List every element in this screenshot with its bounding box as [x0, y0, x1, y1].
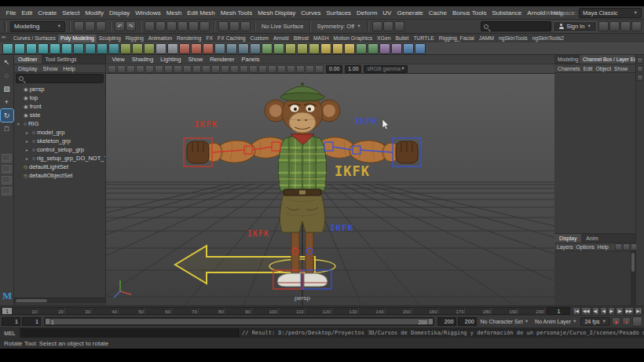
shelf-tab[interactable]: Rigging	[123, 35, 146, 42]
mirror-icon[interactable]	[273, 43, 284, 54]
menu-item[interactable]: Windows	[133, 9, 163, 16]
menu-item[interactable]: Select	[60, 9, 82, 16]
menu-item[interactable]: Edit	[19, 9, 35, 16]
outliner-item[interactable]: ◉ side	[14, 111, 105, 119]
panel-tab[interactable]: Channel Box / Layer Editor	[580, 55, 635, 64]
poly-cylinder-icon[interactable]	[26, 43, 37, 54]
outliner-horizontal-scrollbar[interactable]	[14, 298, 105, 303]
xray-icon[interactable]	[315, 65, 324, 73]
menu-item[interactable]: Bonus Tools	[449, 9, 488, 16]
poly-cone-icon[interactable]	[38, 43, 49, 54]
smooth-mesh-icon[interactable]	[167, 43, 178, 54]
poly-helix-icon[interactable]	[108, 43, 119, 54]
multi-cut-icon[interactable]	[320, 43, 331, 54]
view-transform-dropdown[interactable]: sRGB gamma ▼	[364, 65, 408, 73]
combine-icon[interactable]	[214, 43, 225, 54]
layer-editor-menu-item[interactable]: Help	[598, 244, 609, 250]
wireframe-display-icon[interactable]	[240, 65, 248, 73]
range-end-handle[interactable]	[429, 319, 433, 324]
range-slider[interactable]: 1 200	[44, 317, 434, 326]
channel-box-menu-item[interactable]: Show	[614, 66, 628, 71]
shelf-tab[interactable]: FX	[203, 35, 215, 42]
gamma-field[interactable]: 1.00	[345, 65, 361, 73]
save-scene-icon[interactable]	[96, 21, 106, 31]
undo-icon[interactable]: ↶	[115, 21, 125, 31]
grid-toggle-icon[interactable]	[174, 65, 182, 73]
crease-tool-icon[interactable]	[379, 43, 390, 54]
menu-item[interactable]: Cache	[426, 9, 449, 16]
target-weld-icon[interactable]	[368, 43, 379, 54]
offset-edge-loop-icon[interactable]	[344, 43, 355, 54]
menu-item[interactable]: Arnold	[525, 9, 548, 16]
lasso-tool[interactable]: ◌	[1, 69, 13, 82]
layer-editor-menu-item[interactable]: Options	[576, 244, 594, 250]
expand-arrow-icon[interactable]: ▸	[26, 130, 31, 135]
viewport-menu-item[interactable]: View	[108, 56, 128, 63]
shelf-tab[interactable]: Sculpting	[97, 35, 123, 42]
shelf-tab[interactable]: FX Caching	[215, 35, 248, 42]
outliner-item[interactable]: ▸ ○ skeleton_grp	[14, 137, 105, 145]
single-pane-layout-button[interactable]	[2, 154, 12, 163]
sign-in-button[interactable]: Sign In ▼	[553, 21, 597, 32]
shelf-tab[interactable]: Curves / Surfaces	[11, 35, 58, 42]
expand-arrow-icon[interactable]: ▸	[26, 139, 31, 144]
separate-icon[interactable]	[226, 43, 237, 54]
shelf-tab[interactable]: Rigging_Facial	[437, 35, 477, 42]
panel-tab[interactable]: Tool Settings	[42, 55, 81, 64]
channel-box-menu-item[interactable]: Edit	[584, 66, 593, 71]
redo-icon[interactable]: ↷	[126, 21, 136, 31]
poly-soccer-ball-icon[interactable]	[132, 43, 143, 54]
outliner-item[interactable]: ◇ defaultLightSet	[14, 163, 105, 171]
set-key-button[interactable]: ◆	[612, 317, 620, 326]
poly-torus-icon[interactable]	[49, 43, 60, 54]
anim-layer-selector[interactable]: No Anim Layer ▼	[532, 319, 579, 324]
gate-mask-icon[interactable]	[202, 65, 210, 73]
motion-blur-icon[interactable]	[296, 65, 305, 73]
ikfk-label-right-leg[interactable]: IKFK	[330, 223, 354, 233]
workspace-selector[interactable]: Maya Classic ▼	[579, 8, 642, 18]
new-scene-icon[interactable]	[74, 21, 84, 31]
menu-item[interactable]: Edit Mesh	[185, 9, 218, 16]
go-to-start-button[interactable]: |◀	[573, 307, 580, 316]
extract-icon[interactable]	[238, 43, 249, 54]
bookmarks-icon[interactable]	[136, 65, 145, 73]
outliner-search-input[interactable]	[16, 74, 104, 83]
shelf-tab[interactable]: MASH	[311, 35, 331, 42]
expand-arrow-icon[interactable]: ▸	[26, 156, 31, 161]
render-current-frame-icon[interactable]	[372, 21, 382, 31]
platonic-solid-icon[interactable]	[85, 43, 96, 54]
shelf-tab[interactable]: Bifrost	[291, 35, 311, 42]
mel-command-input[interactable]	[20, 328, 239, 338]
snap-to-projected-center-icon[interactable]	[177, 21, 188, 31]
time-slider-ruler[interactable]: 1 10203040506070809010011012013014015016…	[1, 307, 546, 315]
poly-gear-icon[interactable]	[120, 43, 131, 54]
menu-item[interactable]: File	[3, 9, 19, 16]
select-by-component-icon[interactable]	[240, 21, 251, 31]
menu-item[interactable]: UV	[380, 9, 394, 16]
live-surface-indicator[interactable]: No Live Surface	[262, 23, 303, 30]
tool-settings-toggle-icon[interactable]	[620, 21, 631, 31]
paint-selection-tool[interactable]: ▧	[1, 82, 13, 95]
safe-title-icon[interactable]	[230, 65, 239, 73]
snap-to-points-icon[interactable]	[166, 21, 177, 31]
outliner-item[interactable]: ◉ front	[14, 102, 105, 111]
scale-tool[interactable]: □	[1, 122, 13, 135]
playback-start-field[interactable]: 1	[22, 317, 41, 326]
scrollbar-thumb[interactable]	[16, 299, 47, 302]
shelf-tab[interactable]: Rendering	[174, 35, 203, 42]
select-by-object-icon[interactable]	[229, 21, 240, 31]
quad-draw-icon[interactable]	[356, 43, 367, 54]
channel-box-menu-item[interactable]: Object	[595, 66, 611, 71]
extrude-icon[interactable]	[297, 43, 308, 54]
outliner-menu-item[interactable]: Help	[63, 65, 75, 72]
outliner-item[interactable]: ◇ defaultObjectSet	[14, 171, 105, 180]
viewport-menu-item[interactable]: Shading	[128, 56, 157, 63]
play-backwards-button[interactable]: ◀	[600, 307, 607, 316]
poly-pipe-icon[interactable]	[97, 43, 108, 54]
shelf-tab[interactable]: Animation	[146, 35, 174, 42]
channel-box-menu-item[interactable]: Channels	[558, 66, 580, 71]
average-vertices-icon[interactable]	[415, 43, 426, 54]
smooth-icon[interactable]	[262, 43, 273, 54]
auto-keyframe-toggle[interactable]: ●	[622, 317, 631, 326]
viewport-canvas[interactable]: IKFK IKFK IKFK IKFK IKFK persp	[106, 74, 554, 305]
